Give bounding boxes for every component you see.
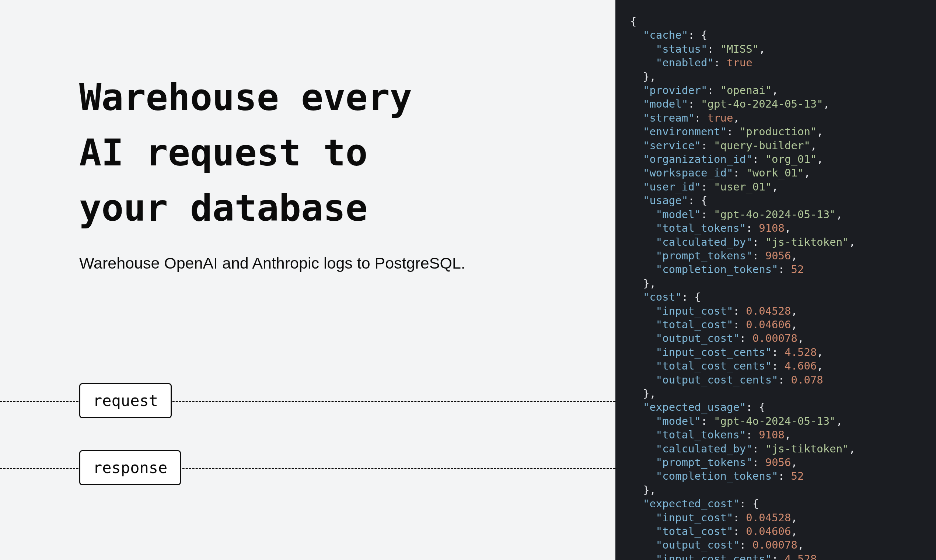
page-title-line1: Warehouse every <box>79 76 412 119</box>
request-label: request <box>79 383 172 418</box>
page-title-line2: AI request to <box>79 131 368 174</box>
response-label: response <box>79 450 181 485</box>
page-title: Warehouse every AI request to your datab… <box>79 70 412 236</box>
hero-panel: Warehouse every AI request to your datab… <box>0 0 616 560</box>
json-code-block: { "cache": { "status": "MISS", "enabled"… <box>630 15 928 560</box>
page-subtitle: Warehouse OpenAI and Anthropic logs to P… <box>79 254 465 272</box>
page-title-line3: your database <box>79 186 368 229</box>
json-code-panel: { "cache": { "status": "MISS", "enabled"… <box>616 0 936 560</box>
